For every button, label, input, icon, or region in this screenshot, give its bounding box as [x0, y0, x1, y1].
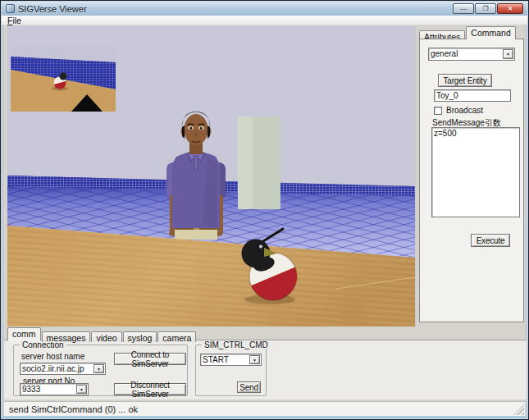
server-port-select[interactable]: 9333 ▼ — [20, 383, 89, 395]
resize-grip[interactable] — [513, 404, 524, 415]
dropdown-arrow-icon[interactable]: ▼ — [93, 364, 104, 373]
app-icon — [6, 4, 15, 13]
minimize-button[interactable]: — — [453, 3, 474, 14]
connect-button[interactable]: Connect to SimServer — [114, 353, 186, 365]
tab-command[interactable]: Command — [466, 26, 515, 39]
window-frame-bottom — [2, 416, 527, 418]
status-text: send SimCtrlCommand (0) ... ok — [9, 404, 138, 414]
target-entity-input[interactable]: Toy_0 — [434, 89, 511, 102]
title-bar[interactable]: SIGVerse Viewer — ❐ ✕ — [2, 2, 527, 16]
comm-tab-panel: Connection server host name socio2.iir.n… — [4, 340, 527, 399]
execute-button[interactable]: Execute — [471, 234, 510, 247]
scene-render — [7, 26, 416, 326]
server-host-label: server host name — [21, 352, 84, 361]
server-host-select[interactable]: socio2.iir.nii.ac.jp ▼ — [20, 363, 106, 375]
menu-bar: File — [2, 16, 527, 25]
send-button[interactable]: Send — [237, 381, 261, 393]
bottom-tab-bar: commmessagesvideosyslogcamera — [7, 327, 197, 340]
sim-ctrl-groupbox: SIM_CTRL_CMD START ▼ Send — [195, 345, 267, 396]
command-panel: general ▼ Target Entity Toy_0 Broadcast … — [419, 39, 524, 322]
tab-video[interactable]: video — [91, 331, 121, 342]
sim-ctrl-group-label: SIM_CTRL_CMD — [202, 340, 271, 349]
dropdown-arrow-icon[interactable]: ▼ — [503, 49, 513, 59]
tab-messages[interactable]: messages — [42, 331, 91, 342]
disconnect-button[interactable]: Disconnect SimServer — [114, 383, 186, 395]
target-entity-button[interactable]: Target Entity — [438, 74, 492, 87]
maximize-button[interactable]: ❐ — [475, 3, 496, 14]
command-category-select[interactable]: general ▼ — [428, 48, 515, 61]
scene-wall-panel — [238, 116, 280, 209]
tab-camera[interactable]: camera — [157, 331, 196, 342]
connection-groupbox: Connection server host name socio2.iir.n… — [13, 345, 188, 396]
broadcast-label: Broadcast — [446, 106, 483, 115]
tab-syslog[interactable]: syslog — [123, 331, 157, 342]
dropdown-arrow-icon[interactable]: ▼ — [249, 355, 260, 364]
status-bar: send SimCtrlCommand (0) ... ok — [4, 401, 525, 416]
app-window: SIGVerse Viewer — ❐ ✕ File — [0, 0, 529, 420]
tab-comm[interactable]: comm — [7, 327, 41, 340]
send-message-textarea[interactable]: z=500 — [431, 127, 520, 217]
viewport-3d[interactable] — [7, 26, 416, 326]
dropdown-arrow-icon[interactable]: ▼ — [76, 385, 87, 394]
close-button[interactable]: ✕ — [497, 3, 523, 14]
sim-ctrl-select[interactable]: START ▼ — [200, 354, 262, 366]
right-panel: AttributesCommand general ▼ Target Entit… — [419, 26, 524, 322]
menu-item-file[interactable]: File — [2, 16, 27, 25]
broadcast-checkbox[interactable] — [434, 107, 442, 115]
window-title: SIGVerse Viewer — [18, 4, 87, 14]
camera-inset-view — [11, 46, 116, 112]
right-panel-tabs: AttributesCommand — [419, 26, 517, 39]
